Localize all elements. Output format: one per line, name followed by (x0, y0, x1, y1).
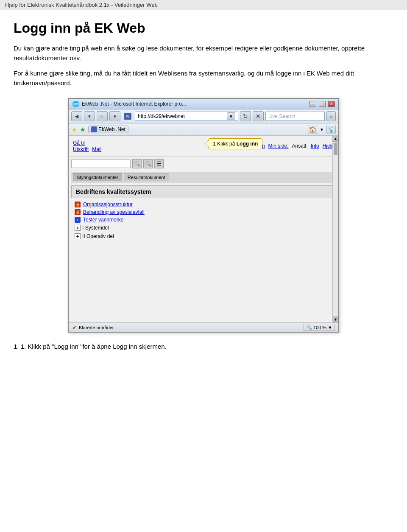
home-button[interactable]: 🏠 (308, 125, 317, 134)
address-bar[interactable]: http://dk29/ekwebnet ▼ (135, 112, 238, 121)
back-button[interactable]: ◄ (71, 111, 82, 121)
forward-button[interactable]: ► (97, 111, 108, 121)
more-tools-button[interactable]: » (326, 111, 336, 121)
zoom-icon: 🔍 (306, 325, 312, 330)
zoom-dropdown-icon[interactable]: ▼ (328, 325, 332, 330)
scrollbar-thumb[interactable] (334, 143, 337, 155)
tab-styringsdokumenter[interactable]: Styringsdokumenter (73, 174, 122, 181)
status-zone-label: Klarerte områder (79, 325, 114, 330)
scrollbar[interactable]: ▲ ▼ (332, 136, 338, 322)
body-paragraph: For å kunne gjøre slike ting, må du ha f… (14, 69, 393, 88)
min-side-link[interactable]: Min side: (268, 143, 289, 149)
doc-search-button[interactable]: 🔍 (132, 159, 142, 168)
home-dropdown-button[interactable]: ▼ (320, 127, 324, 132)
webpage-nav-left: Gå til Utskrift Mail (73, 140, 101, 152)
page-icon: W (122, 111, 133, 121)
refresh-button[interactable]: ↻ (240, 111, 251, 121)
forward-dropdown-button[interactable]: ▼ (109, 111, 120, 121)
doc-list-button[interactable]: ☰ (154, 159, 164, 168)
webpage-wrapper: Gå til Utskrift Mail 1 Klikk på Logg inn (69, 136, 338, 322)
webpage-tabs: Styringsdokumenter Resultatdokument (71, 172, 336, 183)
webpage-content: Gå til Utskrift Mail 1 Klikk på Logg inn (69, 136, 338, 322)
doc-item-3: i Tester vannmerke (71, 216, 336, 224)
bookmark-item-ekweb[interactable]: EkWeb .Net (88, 126, 128, 133)
tree-label-2: II Operativ del (82, 233, 114, 239)
doc-item-2: 🔒 Behandling av spesialavfall (71, 208, 336, 216)
scrollbar-down[interactable]: ▼ (333, 316, 338, 322)
close-button[interactable]: ✕ (328, 101, 335, 107)
browser-screenshot: 🌐 EkWeb .Net - Microsoft Internet Explor… (68, 98, 339, 333)
main-content: Logg inn på EK Web Du kan gjøre andre ti… (0, 10, 407, 365)
section-heading: Bedriftens kvalitetssystem (71, 185, 336, 198)
page-title: Hjelp for Elektronisk Kvalitetshåndbok 2… (5, 2, 158, 8)
tab-resultatdokument[interactable]: Resultatdokument (124, 174, 169, 181)
back-dropdown-button[interactable]: ▼ (84, 111, 95, 121)
zoom-control[interactable]: 🔍 100 % ▼ (304, 324, 335, 331)
nav-right-bottom: Info Hjelp (311, 143, 334, 149)
stop-button[interactable]: ✕ (253, 111, 264, 121)
ansatt-text: Ansatt (292, 143, 307, 149)
expand-tree-2[interactable]: + (75, 233, 81, 239)
scrollbar-up[interactable]: ▲ (333, 136, 338, 142)
minimize-button[interactable]: — (309, 101, 316, 107)
browser-titlebar: 🌐 EkWeb .Net - Microsoft Internet Explor… (69, 99, 338, 109)
bottom-nav-links: Utskrift Mail (73, 146, 101, 152)
utskrift-link[interactable]: Utskrift (73, 146, 89, 152)
search-placeholder-text: Live Search (268, 113, 322, 119)
webpage-nav: Gå til Utskrift Mail 1 Klikk på Logg inn (69, 136, 338, 157)
doc-item-1: 🔒 Organisasjonsstruktur (71, 201, 336, 208)
callout-bubble: 1 Klikk på Logg inn (208, 138, 262, 149)
section-title-text: Bedriftens kvalitetssystem (76, 188, 151, 195)
browser-title-text: EkWeb .Net - Microsoft Internet Explorer… (82, 101, 307, 107)
callout-number: 1 Klikk på (213, 141, 236, 147)
footer-text: 1. Klikk på "Logg inn" for å åpne Logg i… (21, 343, 167, 350)
browser-statusbar: ✔ Klarerte områder 🔍 100 % ▼ (69, 322, 338, 332)
callout-wrapper: 1 Klikk på Logg inn (106, 137, 240, 154)
doc-search-button2[interactable]: 🔍 (143, 159, 153, 168)
doc-icon-red-2: 🔒 (75, 209, 81, 215)
address-dropdown-button[interactable]: ▼ (227, 112, 235, 120)
browser-logo-icon: 🌐 (72, 101, 79, 107)
doc-link-1[interactable]: Organisasjonsstruktur (83, 202, 133, 207)
status-zone: ✔ Klarerte områder (72, 324, 114, 331)
mail-link[interactable]: Mail (92, 146, 101, 152)
info-link[interactable]: Info (311, 143, 319, 149)
tree-label-1: I Systemdel (82, 225, 109, 231)
status-check-icon: ✔ (72, 324, 77, 331)
bookmarks-bar: ★ ★ EkWeb .Net 🏠 ▼ 📡 (69, 123, 338, 136)
tree-item-2: + II Operativ del (71, 232, 336, 241)
maximize-button[interactable]: □ (319, 101, 326, 107)
search-row: 🔍 🔍 ☰ (71, 159, 336, 168)
footer-paragraph: 1. 1. Klikk på "Logg inn" for å åpne Log… (14, 343, 393, 355)
favorite-icon[interactable]: ★ (80, 126, 86, 134)
bookmark-icon (91, 126, 97, 132)
ga-til-link[interactable]: Gå til (73, 140, 101, 146)
callout-bold-text: Logg inn (237, 141, 258, 147)
intro-paragraph: Du kan gjøre andre ting på web enn å søk… (14, 44, 393, 63)
article-heading: Logg inn på EK Web (14, 20, 393, 36)
footer-number: 1. (14, 343, 21, 350)
add-favorite-icon[interactable]: ★ (71, 126, 77, 134)
tree-item-1: + I Systemdel (71, 224, 336, 232)
doc-link-2[interactable]: Behandling av spesialavfall (83, 209, 145, 215)
doc-icon-red-1: 🔒 (75, 202, 81, 207)
address-text: http://dk29/ekwebnet (138, 113, 225, 119)
doc-link-3[interactable]: Tester vannmerke (83, 217, 123, 223)
top-bar: Hjelp for Elektronisk Kvalitetshåndbok 2… (0, 0, 407, 10)
browser-toolbar: ◄ ▼ ► ▼ W http://dk29/ekwebnet ▼ ↻ ✕ Liv… (69, 109, 338, 123)
expand-tree-1[interactable]: + (75, 225, 81, 231)
search-bar[interactable]: Live Search (265, 112, 325, 121)
doc-search-input[interactable] (71, 160, 131, 168)
rss-button[interactable]: 📡 (326, 125, 336, 134)
webpage-body: 🔍 🔍 ☰ Styringsdokumenter Resultatdokumen… (69, 157, 338, 243)
doc-icon-blue-1: i (75, 217, 81, 223)
document-list: 🔒 Organisasjonsstruktur 🔒 Behandling av … (71, 201, 336, 224)
zoom-value: 100 % (313, 325, 326, 330)
bookmark-label: EkWeb .Net (98, 126, 125, 132)
